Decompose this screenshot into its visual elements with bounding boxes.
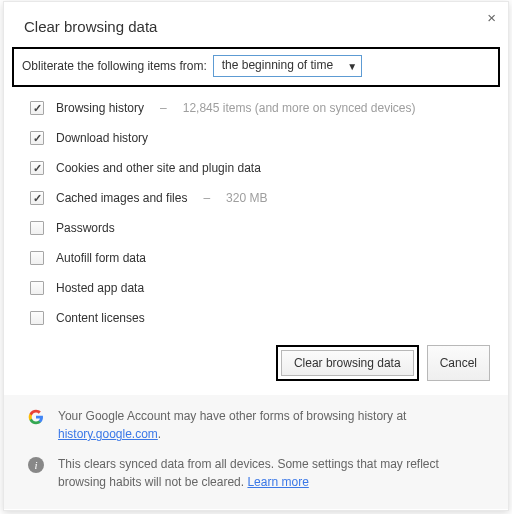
list-item: Content licenses	[30, 311, 488, 325]
chevron-down-icon: ▼	[347, 61, 357, 72]
list-item: Hosted app data	[30, 281, 488, 295]
checkbox[interactable]	[30, 161, 44, 175]
checkbox[interactable]	[30, 191, 44, 205]
list-item: Browsing history–12,845 items (and more …	[30, 101, 488, 115]
list-item: Download history	[30, 131, 488, 145]
history-link[interactable]: history.google.com	[58, 427, 158, 441]
item-detail: 320 MB	[226, 191, 267, 205]
info-account-text: Your Google Account may have other forms…	[58, 407, 484, 443]
cancel-button[interactable]: Cancel	[427, 345, 490, 381]
item-label: Autofill form data	[56, 251, 146, 265]
list-item: Cached images and files–320 MB	[30, 191, 488, 205]
data-type-list: Browsing history–12,845 items (and more …	[4, 97, 508, 325]
separator: –	[203, 191, 210, 205]
item-label: Browsing history	[56, 101, 144, 115]
item-label: Passwords	[56, 221, 115, 235]
checkbox[interactable]	[30, 101, 44, 115]
separator: –	[160, 101, 167, 115]
checkbox[interactable]	[30, 311, 44, 325]
info-panel: Your Google Account may have other forms…	[4, 395, 508, 509]
list-item: Passwords	[30, 221, 488, 235]
item-label: Hosted app data	[56, 281, 144, 295]
close-icon[interactable]: ×	[487, 10, 496, 25]
google-icon	[28, 409, 44, 425]
time-range-value: the beginning of time	[222, 58, 333, 72]
item-label: Download history	[56, 131, 148, 145]
checkbox[interactable]	[30, 251, 44, 265]
clear-data-button[interactable]: Clear browsing data	[281, 350, 414, 376]
time-range-row: Obliterate the following items from: the…	[12, 47, 500, 87]
dialog-title: Clear browsing data	[4, 2, 508, 47]
item-label: Content licenses	[56, 311, 145, 325]
info-icon: i	[28, 457, 44, 473]
item-detail: 12,845 items (and more on synced devices…	[183, 101, 416, 115]
info-row-account: Your Google Account may have other forms…	[28, 407, 484, 443]
checkbox[interactable]	[30, 281, 44, 295]
info-sync-text: This clears synced data from all devices…	[58, 455, 484, 491]
dialog-footer: Clear browsing data Cancel	[4, 341, 508, 395]
checkbox[interactable]	[30, 221, 44, 235]
time-range-label: Obliterate the following items from:	[22, 59, 207, 73]
list-item: Cookies and other site and plugin data	[30, 161, 488, 175]
learn-more-link[interactable]: Learn more	[247, 475, 308, 489]
checkbox[interactable]	[30, 131, 44, 145]
list-item: Autofill form data	[30, 251, 488, 265]
item-label: Cached images and files	[56, 191, 187, 205]
primary-button-highlight: Clear browsing data	[276, 345, 419, 381]
info-row-sync: i This clears synced data from all devic…	[28, 455, 484, 491]
item-label: Cookies and other site and plugin data	[56, 161, 261, 175]
time-range-select[interactable]: the beginning of time ▼	[213, 55, 362, 77]
clear-browsing-data-dialog: × Clear browsing data Obliterate the fol…	[3, 1, 509, 511]
